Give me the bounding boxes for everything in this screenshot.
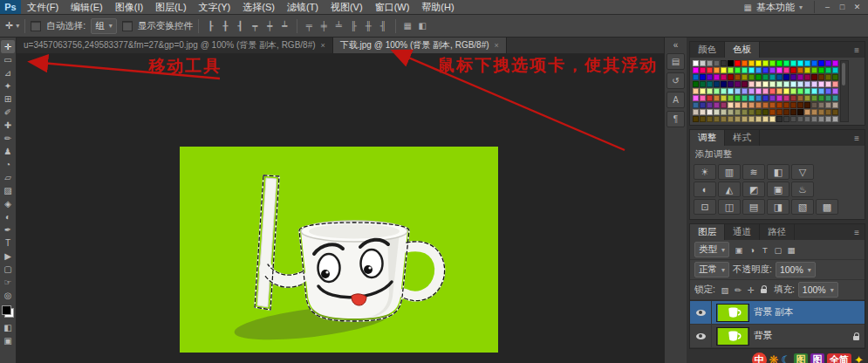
swatch[interactable]: [735, 88, 741, 94]
invert-icon[interactable]: ◫: [718, 199, 741, 215]
swatch[interactable]: [762, 109, 769, 115]
swatch[interactable]: [700, 116, 706, 122]
swatch[interactable]: [811, 102, 817, 108]
swatch[interactable]: [762, 60, 769, 66]
workspace-grid-icon[interactable]: ▦: [744, 3, 752, 12]
swatch[interactable]: [825, 81, 831, 87]
swatch[interactable]: [797, 88, 803, 94]
swatch[interactable]: [762, 102, 769, 108]
swatch[interactable]: [735, 95, 741, 101]
swatch[interactable]: [811, 109, 817, 115]
swatch[interactable]: [714, 88, 720, 94]
swatch[interactable]: [721, 88, 727, 94]
swatch[interactable]: [818, 116, 824, 122]
swatch[interactable]: [811, 88, 817, 94]
shape-tool[interactable]: ▢: [1, 263, 15, 276]
move-tool[interactable]: ✛: [1, 40, 15, 53]
exposure-icon[interactable]: ◧: [767, 164, 789, 180]
menu-type[interactable]: 文字(Y): [193, 0, 237, 14]
swatch[interactable]: [783, 60, 789, 66]
fill-dropdown[interactable]: 100% ▾: [798, 282, 838, 298]
swatch[interactable]: [742, 102, 748, 108]
swatch[interactable]: [797, 60, 803, 66]
swatch[interactable]: [783, 109, 789, 115]
swatch[interactable]: [707, 102, 713, 108]
swatch[interactable]: [721, 102, 727, 108]
eraser-tool[interactable]: ▱: [1, 171, 15, 184]
swatch[interactable]: [735, 102, 741, 108]
swatch[interactable]: [818, 109, 824, 115]
window-close-button[interactable]: ✕: [850, 1, 865, 13]
layer-row-1[interactable]: 背景 副本: [690, 301, 865, 325]
swatch[interactable]: [804, 116, 810, 122]
lock-transparent-pixels-icon[interactable]: ▨: [719, 284, 731, 296]
swatch[interactable]: [693, 60, 699, 66]
lasso-tool[interactable]: ⊿: [1, 66, 15, 79]
swatch[interactable]: [755, 88, 762, 94]
swatch[interactable]: [748, 102, 755, 108]
swatch[interactable]: [714, 81, 720, 87]
auto-select-dropdown[interactable]: 组 ▾: [91, 18, 117, 34]
properties-panel-icon[interactable]: ▤: [666, 53, 685, 70]
swatch[interactable]: [748, 81, 755, 87]
swatch[interactable]: [769, 81, 776, 87]
swatch[interactable]: [748, 74, 755, 80]
swatch[interactable]: [797, 81, 803, 87]
distribute-vertical-centers-icon[interactable]: ╪: [318, 19, 331, 32]
align-right-edges-icon[interactable]: ┨: [234, 19, 247, 32]
history-panel-icon[interactable]: ↺: [666, 72, 685, 89]
swatch[interactable]: [797, 109, 803, 115]
lock-image-pixels-icon[interactable]: ✏: [732, 284, 744, 296]
vibrance-icon[interactable]: ▽: [791, 164, 814, 180]
swatch[interactable]: [825, 67, 831, 73]
swatch[interactable]: [776, 81, 783, 87]
layer-visibility-toggle[interactable]: [690, 301, 712, 324]
document-tab-2[interactable]: 下载.jpg @ 100% (背景 副本, RGB/8#)×: [333, 38, 507, 53]
swatch[interactable]: [797, 74, 803, 80]
swatch[interactable]: [693, 95, 699, 101]
swatch[interactable]: [742, 116, 748, 122]
swatch[interactable]: [748, 116, 755, 122]
swatch[interactable]: [790, 74, 796, 80]
swatch[interactable]: [748, 109, 755, 115]
blur-tool[interactable]: ◈: [1, 197, 15, 210]
swatch[interactable]: [804, 81, 810, 87]
swatch[interactable]: [811, 67, 817, 73]
swatch[interactable]: [825, 116, 831, 122]
swatch[interactable]: [693, 67, 699, 73]
swatch[interactable]: [721, 81, 727, 87]
swatch[interactable]: [700, 102, 706, 108]
swatch[interactable]: [707, 74, 713, 80]
swatch[interactable]: [742, 95, 748, 101]
swatch[interactable]: [700, 109, 706, 115]
swatch[interactable]: [693, 88, 699, 94]
swatch[interactable]: [797, 102, 803, 108]
swatch[interactable]: [700, 67, 706, 73]
swatch[interactable]: [762, 74, 769, 80]
swatch[interactable]: [811, 116, 817, 122]
screen-mode-button[interactable]: ▣: [1, 334, 15, 347]
collapse-dock-icon[interactable]: «: [665, 39, 687, 51]
filter-shape-layers-icon[interactable]: ▢: [772, 244, 784, 256]
swatch[interactable]: [825, 95, 831, 101]
swatch[interactable]: [693, 74, 699, 80]
swatch[interactable]: [735, 74, 741, 80]
swatch[interactable]: [769, 88, 776, 94]
swatch[interactable]: [721, 74, 727, 80]
swatch[interactable]: [755, 109, 762, 115]
filter-type-layers-icon[interactable]: T: [759, 244, 771, 256]
menu-filter[interactable]: 滤镜(T): [281, 0, 325, 14]
scrollbar-thumb[interactable]: [842, 63, 845, 86]
swatch[interactable]: [783, 67, 789, 73]
swatch[interactable]: [783, 74, 789, 80]
swatch[interactable]: [755, 67, 762, 73]
swatch[interactable]: [714, 95, 720, 101]
swatch[interactable]: [728, 74, 734, 80]
gradient-map-icon[interactable]: ▧: [791, 199, 814, 215]
swatch[interactable]: [790, 95, 796, 101]
path-selection-tool[interactable]: ▶: [1, 250, 15, 263]
swatch[interactable]: [728, 60, 734, 66]
swatch[interactable]: [769, 109, 776, 115]
layer-visibility-toggle[interactable]: [690, 325, 712, 347]
swatch[interactable]: [825, 88, 831, 94]
